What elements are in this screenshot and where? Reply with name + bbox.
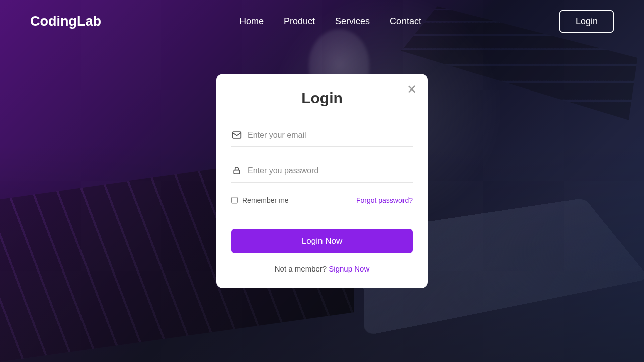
nav-menu: Home Product Services Contact: [239, 16, 421, 27]
nav-contact[interactable]: Contact: [390, 16, 421, 27]
login-modal: ✕ Login Remember me Forgot password? Log…: [216, 74, 428, 288]
remember-me-checkbox[interactable]: [231, 197, 238, 203]
email-input[interactable]: [248, 127, 413, 144]
remember-me-label[interactable]: Remember me: [231, 196, 289, 204]
header-login-button[interactable]: Login: [559, 10, 614, 33]
password-input[interactable]: [248, 162, 413, 179]
form-title: Login: [231, 89, 413, 107]
nav-services[interactable]: Services: [335, 16, 370, 27]
password-field-wrap: [231, 162, 413, 183]
nav-product[interactable]: Product: [284, 16, 315, 27]
forgot-password-link[interactable]: Forgot password?: [356, 196, 413, 204]
login-submit-button[interactable]: Login Now: [231, 229, 413, 253]
svg-rect-1: [234, 170, 240, 174]
close-icon[interactable]: ✕: [407, 83, 417, 96]
remember-me-text: Remember me: [242, 196, 289, 204]
signup-link[interactable]: Signup Now: [329, 264, 369, 273]
brand-logo[interactable]: CodingLab: [30, 14, 101, 29]
lock-icon: [231, 165, 243, 176]
email-field-wrap: [231, 127, 413, 147]
nav-home[interactable]: Home: [239, 16, 264, 27]
signup-prompt-text: Not a member?: [275, 264, 329, 273]
mail-icon: [231, 130, 243, 141]
header: CodingLab Home Product Services Contact …: [0, 0, 644, 43]
signup-prompt: Not a member? Signup Now: [231, 264, 413, 273]
form-options: Remember me Forgot password?: [231, 196, 413, 204]
